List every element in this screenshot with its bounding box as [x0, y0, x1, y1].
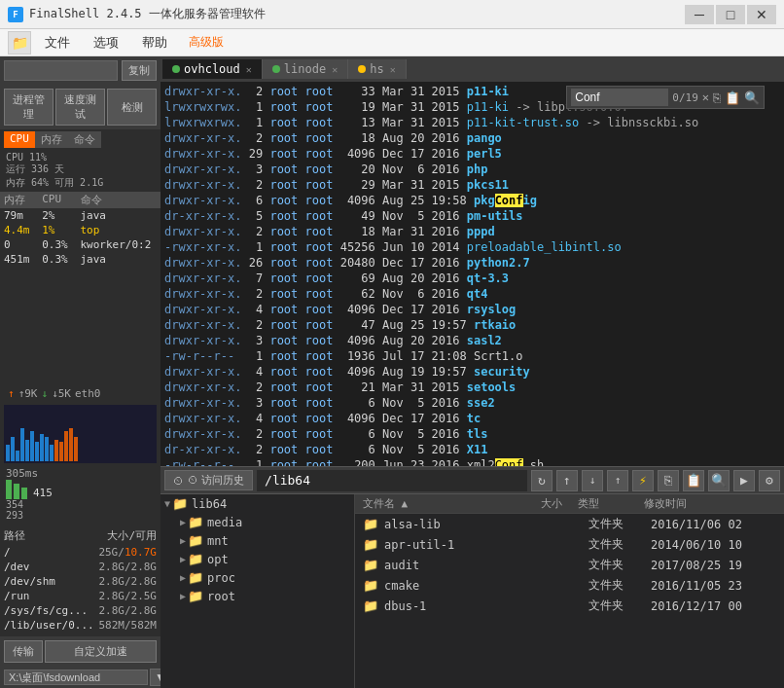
file-list-row[interactable]: 📁 audit 文件夹 2017/08/25 19: [355, 555, 784, 575]
local-path-input[interactable]: [4, 670, 148, 685]
net-up-icon: ↑: [8, 387, 15, 400]
tree-item-media[interactable]: ▶ 📁 media: [160, 513, 354, 531]
folder-icon: 📁: [363, 517, 378, 531]
minimize-button[interactable]: ─: [685, 5, 714, 24]
find-icon[interactable]: 🔍: [744, 91, 760, 105]
tab-linode[interactable]: linode ✕: [263, 59, 348, 79]
maximize-button[interactable]: □: [716, 5, 745, 24]
sidebar-search-input[interactable]: [4, 60, 118, 81]
visit-history-button[interactable]: ⏲ ⏲ 访问历史: [164, 470, 253, 490]
lightning-button[interactable]: ⚡: [632, 470, 654, 491]
process-row[interactable]: 0 0.3% kworker/0:2: [0, 237, 160, 252]
copy-nav-button[interactable]: ⎘: [658, 470, 679, 491]
copy-button[interactable]: 复制: [122, 60, 157, 81]
menu-options[interactable]: 选项: [84, 32, 128, 54]
file-list: 文件名 ▲ 大小 类型 修改时间 📁 alsa-lib 文件夹 2016/11/…: [355, 494, 784, 688]
tree-label: mnt: [207, 534, 229, 548]
tree-label: proc: [207, 571, 235, 585]
detect-button[interactable]: 检测: [107, 89, 157, 126]
tab-hs[interactable]: hs ✕: [348, 59, 406, 79]
download-button[interactable]: ↓: [582, 470, 603, 491]
latency-bar: [6, 480, 12, 499]
file-list-row[interactable]: 📁 alsa-lib 文件夹 2016/11/06 02: [355, 514, 784, 534]
close-button[interactable]: ✕: [747, 5, 776, 24]
tree-item-proc[interactable]: ▶ 📁 proc: [160, 568, 354, 587]
tab-ovhcloud[interactable]: ovhcloud ✕: [162, 59, 263, 79]
terminal-area[interactable]: 0/19 ✕ ⎘ 📋 🔍 drwxr-xr-x. 2 root root 33 …: [160, 82, 784, 466]
term-line: drwxr-xr-x. 2 root root 47 Aug 25 19:57 …: [164, 317, 780, 333]
expand-icon: ▶: [180, 554, 186, 564]
chart-bars: [4, 405, 157, 463]
term-line: drwxr-xr-x. 2 root root 18 Mar 31 2016 p…: [164, 224, 780, 239]
folder-icon: 📁: [363, 598, 378, 613]
up-dir-button[interactable]: ↑: [556, 470, 578, 491]
proc-mem: 0: [4, 238, 42, 251]
process-row[interactable]: 451m 0.3% java: [0, 252, 160, 267]
filename: alsa-lib: [384, 518, 510, 531]
disk-row: /run 2.8G/2.5G: [4, 589, 157, 603]
advanced-label[interactable]: 高级版: [189, 34, 224, 51]
tab-close-linode[interactable]: ✕: [332, 64, 338, 75]
menu-file[interactable]: 文件: [35, 32, 80, 54]
expand-icon: ▶: [180, 535, 186, 546]
term-line: lrwxrwxrwx. 1 root root 13 Mar 31 2015 p…: [164, 115, 780, 130]
search-input[interactable]: [571, 89, 668, 106]
term-line: drwxr-xr-x. 3 root root 4096 Aug 20 2016…: [164, 333, 780, 348]
window-controls: ─ □ ✕: [685, 5, 776, 24]
chart-bar: [59, 442, 63, 461]
custom-accelerate-button[interactable]: 自定义加速: [45, 640, 157, 663]
process-manager-button[interactable]: 进程管理: [4, 89, 53, 126]
transfer-button[interactable]: 传输: [4, 640, 43, 663]
process-row[interactable]: 79m 2% java: [0, 208, 160, 223]
chart-bar: [45, 437, 49, 461]
network-indicator: ↑ ↑9K ↓ ↓5K eth0: [0, 384, 160, 403]
tree-item-lib64[interactable]: ▼ 📁 lib64: [160, 494, 354, 513]
col-date[interactable]: 修改时间: [644, 496, 776, 511]
paste-nav-button[interactable]: 📋: [683, 470, 704, 491]
copy-icon[interactable]: ⎘: [713, 91, 721, 105]
net-upload: ↑9K: [18, 387, 38, 400]
menu-help[interactable]: 帮助: [132, 32, 177, 54]
col-type[interactable]: 类型: [578, 496, 644, 511]
tab-close-ovhcloud[interactable]: ✕: [246, 64, 252, 75]
search-nav-button[interactable]: 🔍: [708, 470, 730, 491]
latency-value: 305ms: [6, 467, 155, 480]
paste-icon[interactable]: 📋: [725, 91, 740, 105]
file-list-row[interactable]: 📁 dbus-1 文件夹 2016/12/17 00: [355, 596, 784, 616]
chart-bar: [11, 437, 15, 461]
term-line: drwxr-xr-x. 2 root root 21 Mar 31 2015 s…: [164, 380, 780, 395]
file-list-row[interactable]: 📁 apr-util-1 文件夹 2014/06/10 10: [355, 534, 784, 555]
filetype: 文件夹: [588, 577, 652, 594]
col-size[interactable]: 大小: [495, 496, 561, 511]
tab-mem[interactable]: 内存: [35, 131, 68, 148]
process-list-header: 内存 CPU 命令: [0, 192, 160, 208]
proc-cmd: java: [81, 209, 158, 222]
tree-item-root[interactable]: ▶ 📁 root: [160, 587, 354, 605]
upload-button[interactable]: ↑: [607, 470, 628, 491]
tab-cmd[interactable]: 命令: [68, 131, 101, 148]
search-close-button[interactable]: ✕: [702, 91, 709, 104]
tab-label-ovhcloud: ovhcloud: [184, 62, 240, 76]
tree-item-mnt[interactable]: ▶ 📁 mnt: [160, 531, 354, 550]
term-line: drwxr-xr-x. 3 root root 20 Nov 6 2016 ph…: [164, 162, 780, 177]
term-line: -rw-r--r--. 1 root root 200 Jun 23 2016 …: [164, 457, 780, 466]
tree-item-opt[interactable]: ▶ 📁 opt: [160, 550, 354, 568]
open-folder-icon[interactable]: 📁: [8, 31, 31, 54]
disk-section: 路径 大小/可用 / 25G/10.7G /dev 2.8G/2.8G /dev…: [0, 523, 160, 636]
tab-dot-ovhcloud: [172, 65, 180, 73]
tab-close-hs[interactable]: ✕: [390, 64, 396, 75]
app-title: FinalShell 2.4.5 一体化服务器管理软件: [29, 6, 685, 22]
play-button[interactable]: ▶: [733, 470, 755, 491]
speed-test-button[interactable]: 速度测试: [55, 89, 105, 126]
tab-cpu[interactable]: CPU: [4, 131, 35, 148]
expand-icon: ▼: [164, 498, 170, 509]
disk-header: 路径 大小/可用: [4, 526, 157, 545]
col-filename[interactable]: 文件名 ▲: [363, 496, 495, 511]
proc-mem: 79m: [4, 209, 42, 222]
file-list-row[interactable]: 📁 cmake 文件夹 2016/11/05 23: [355, 575, 784, 596]
refresh-button[interactable]: ↻: [531, 470, 552, 491]
latency-other2: 293: [6, 510, 155, 521]
folder-icon: 📁: [363, 558, 378, 572]
process-row[interactable]: 4.4m 1% top: [0, 223, 160, 237]
settings-button[interactable]: ⚙: [759, 470, 780, 491]
